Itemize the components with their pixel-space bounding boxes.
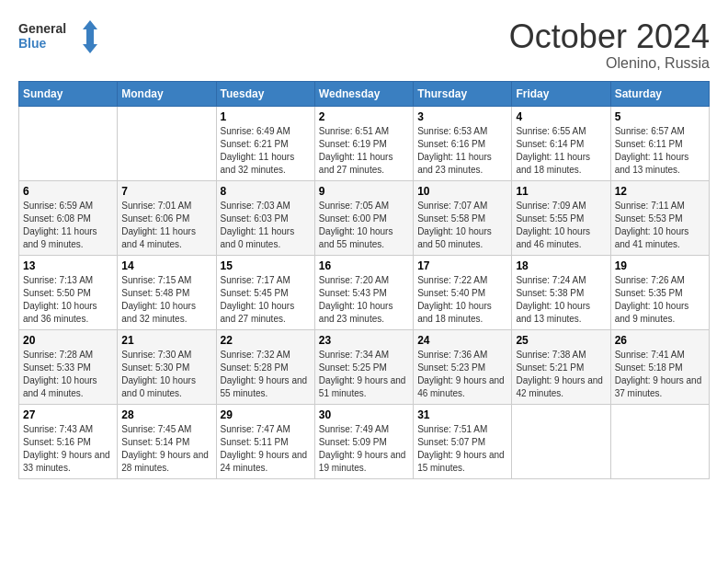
day-number: 16 [319, 259, 409, 272]
day-cell: 26Sunrise: 7:41 AM Sunset: 5:18 PM Dayli… [610, 329, 709, 404]
day-cell: 29Sunrise: 7:47 AM Sunset: 5:11 PM Dayli… [216, 404, 314, 478]
col-header-thursday: Thursday [414, 81, 512, 106]
day-info: Sunrise: 7:07 AM Sunset: 5:58 PM Dayligh… [417, 200, 507, 251]
header-row: SundayMondayTuesdayWednesdayThursdayFrid… [19, 81, 710, 106]
day-cell: 28Sunrise: 7:45 AM Sunset: 5:14 PM Dayli… [118, 404, 216, 478]
day-number: 7 [121, 185, 211, 198]
col-header-monday: Monday [118, 81, 216, 106]
day-cell: 15Sunrise: 7:17 AM Sunset: 5:45 PM Dayli… [216, 255, 314, 329]
day-number: 29 [221, 408, 311, 421]
day-number: 9 [319, 185, 409, 198]
day-cell: 18Sunrise: 7:24 AM Sunset: 5:38 PM Dayli… [512, 255, 610, 329]
day-cell: 3Sunrise: 6:53 AM Sunset: 6:16 PM Daylig… [414, 106, 512, 180]
day-number: 20 [23, 334, 113, 347]
day-info: Sunrise: 7:36 AM Sunset: 5:23 PM Dayligh… [417, 349, 507, 400]
day-info: Sunrise: 7:30 AM Sunset: 5:30 PM Dayligh… [121, 349, 211, 400]
col-header-friday: Friday [512, 81, 610, 106]
day-number: 19 [615, 259, 705, 272]
day-cell: 8Sunrise: 7:03 AM Sunset: 6:03 PM Daylig… [216, 180, 314, 255]
calendar-table: SundayMondayTuesdayWednesdayThursdayFrid… [18, 81, 710, 479]
day-number: 30 [319, 408, 409, 421]
logo-svg: General Blue [18, 18, 101, 55]
day-cell: 12Sunrise: 7:11 AM Sunset: 5:53 PM Dayli… [610, 180, 709, 255]
day-info: Sunrise: 7:34 AM Sunset: 5:25 PM Dayligh… [319, 349, 409, 400]
day-info: Sunrise: 7:15 AM Sunset: 5:48 PM Dayligh… [121, 274, 211, 326]
day-info: Sunrise: 7:26 AM Sunset: 5:35 PM Dayligh… [615, 274, 705, 326]
day-number: 22 [221, 334, 311, 347]
day-info: Sunrise: 6:49 AM Sunset: 6:21 PM Dayligh… [221, 125, 311, 177]
day-cell: 14Sunrise: 7:15 AM Sunset: 5:48 PM Dayli… [118, 255, 216, 329]
day-cell: 27Sunrise: 7:43 AM Sunset: 5:16 PM Dayli… [19, 404, 118, 478]
logo: General Blue [18, 18, 101, 55]
day-info: Sunrise: 7:03 AM Sunset: 6:03 PM Dayligh… [221, 200, 311, 251]
day-cell [512, 404, 610, 478]
day-info: Sunrise: 7:01 AM Sunset: 6:06 PM Dayligh… [121, 200, 211, 251]
day-number: 10 [417, 185, 507, 198]
day-number: 31 [417, 408, 507, 421]
day-number: 6 [23, 185, 113, 198]
day-number: 4 [516, 110, 606, 123]
week-row-1: 1Sunrise: 6:49 AM Sunset: 6:21 PM Daylig… [19, 106, 710, 180]
day-info: Sunrise: 7:32 AM Sunset: 5:28 PM Dayligh… [221, 349, 311, 400]
day-number: 1 [221, 110, 311, 123]
svg-text:Blue: Blue [18, 36, 47, 51]
day-info: Sunrise: 6:53 AM Sunset: 6:16 PM Dayligh… [417, 125, 507, 177]
day-cell [610, 404, 709, 478]
day-info: Sunrise: 7:43 AM Sunset: 5:16 PM Dayligh… [23, 423, 113, 475]
week-row-2: 6Sunrise: 6:59 AM Sunset: 6:08 PM Daylig… [19, 180, 710, 255]
col-header-saturday: Saturday [610, 81, 709, 106]
day-cell: 11Sunrise: 7:09 AM Sunset: 5:55 PM Dayli… [512, 180, 610, 255]
week-row-5: 27Sunrise: 7:43 AM Sunset: 5:16 PM Dayli… [19, 404, 710, 478]
day-info: Sunrise: 7:45 AM Sunset: 5:14 PM Dayligh… [121, 423, 211, 475]
week-row-4: 20Sunrise: 7:28 AM Sunset: 5:33 PM Dayli… [19, 329, 710, 404]
day-number: 14 [121, 259, 211, 272]
day-info: Sunrise: 7:38 AM Sunset: 5:21 PM Dayligh… [516, 349, 606, 400]
day-info: Sunrise: 7:28 AM Sunset: 5:33 PM Dayligh… [23, 349, 113, 400]
day-number: 27 [23, 408, 113, 421]
svg-marker-2 [83, 20, 97, 53]
col-header-tuesday: Tuesday [216, 81, 314, 106]
day-info: Sunrise: 6:51 AM Sunset: 6:19 PM Dayligh… [319, 125, 409, 177]
day-info: Sunrise: 7:09 AM Sunset: 5:55 PM Dayligh… [516, 200, 606, 251]
day-cell: 5Sunrise: 6:57 AM Sunset: 6:11 PM Daylig… [610, 106, 709, 180]
day-number: 23 [319, 334, 409, 347]
month-title: October 2024 [509, 18, 710, 55]
day-cell: 23Sunrise: 7:34 AM Sunset: 5:25 PM Dayli… [314, 329, 413, 404]
day-info: Sunrise: 7:17 AM Sunset: 5:45 PM Dayligh… [221, 274, 311, 326]
week-row-3: 13Sunrise: 7:13 AM Sunset: 5:50 PM Dayli… [19, 255, 710, 329]
day-cell: 13Sunrise: 7:13 AM Sunset: 5:50 PM Dayli… [19, 255, 118, 329]
day-number: 28 [121, 408, 211, 421]
day-number: 24 [417, 334, 507, 347]
day-number: 15 [221, 259, 311, 272]
day-cell: 6Sunrise: 6:59 AM Sunset: 6:08 PM Daylig… [19, 180, 118, 255]
day-info: Sunrise: 7:20 AM Sunset: 5:43 PM Dayligh… [319, 274, 409, 326]
day-cell: 30Sunrise: 7:49 AM Sunset: 5:09 PM Dayli… [314, 404, 413, 478]
col-header-sunday: Sunday [19, 81, 118, 106]
day-info: Sunrise: 7:41 AM Sunset: 5:18 PM Dayligh… [615, 349, 705, 400]
day-cell: 22Sunrise: 7:32 AM Sunset: 5:28 PM Dayli… [216, 329, 314, 404]
day-info: Sunrise: 7:05 AM Sunset: 6:00 PM Dayligh… [319, 200, 409, 251]
day-cell: 2Sunrise: 6:51 AM Sunset: 6:19 PM Daylig… [314, 106, 413, 180]
day-info: Sunrise: 6:55 AM Sunset: 6:14 PM Dayligh… [516, 125, 606, 177]
day-number: 3 [417, 110, 507, 123]
day-cell: 4Sunrise: 6:55 AM Sunset: 6:14 PM Daylig… [512, 106, 610, 180]
day-number: 25 [516, 334, 606, 347]
day-number: 17 [417, 259, 507, 272]
day-cell [118, 106, 216, 180]
day-cell: 17Sunrise: 7:22 AM Sunset: 5:40 PM Dayli… [414, 255, 512, 329]
day-cell: 24Sunrise: 7:36 AM Sunset: 5:23 PM Dayli… [414, 329, 512, 404]
svg-text:General: General [18, 21, 66, 36]
day-number: 12 [615, 185, 705, 198]
day-info: Sunrise: 6:57 AM Sunset: 6:11 PM Dayligh… [615, 125, 705, 177]
day-number: 26 [615, 334, 705, 347]
day-cell: 1Sunrise: 6:49 AM Sunset: 6:21 PM Daylig… [216, 106, 314, 180]
day-info: Sunrise: 7:47 AM Sunset: 5:11 PM Dayligh… [221, 423, 311, 475]
day-cell: 20Sunrise: 7:28 AM Sunset: 5:33 PM Dayli… [19, 329, 118, 404]
day-info: Sunrise: 7:22 AM Sunset: 5:40 PM Dayligh… [417, 274, 507, 326]
location: Olenino, Russia [509, 55, 710, 72]
day-cell: 7Sunrise: 7:01 AM Sunset: 6:06 PM Daylig… [118, 180, 216, 255]
day-info: Sunrise: 7:49 AM Sunset: 5:09 PM Dayligh… [319, 423, 409, 475]
day-cell: 19Sunrise: 7:26 AM Sunset: 5:35 PM Dayli… [610, 255, 709, 329]
day-cell [19, 106, 118, 180]
page-header: General Blue October 2024 Olenino, Russi… [18, 18, 710, 72]
